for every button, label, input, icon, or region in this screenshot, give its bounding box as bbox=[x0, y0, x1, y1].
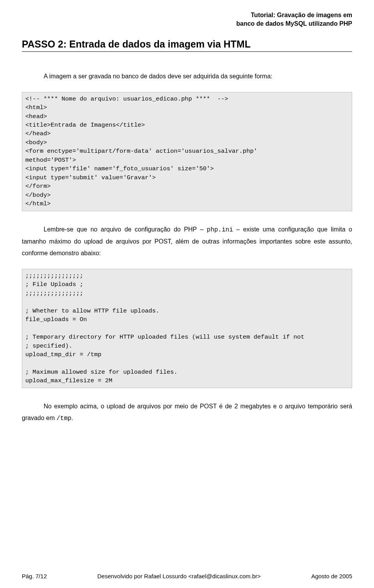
paragraph-2: Lembre-se que no arquivo de configuração… bbox=[22, 224, 352, 260]
page-footer: Pág. 7/12 Desenvolvido por Rafael Lossur… bbox=[22, 573, 352, 579]
header-line-2: banco de dados MySQL utilizando PHP bbox=[22, 19, 352, 28]
footer-author: Desenvolvido por Rafael Lossurdo <rafael… bbox=[97, 573, 261, 579]
doc-header: Tutorial: Gravação de imagens em banco d… bbox=[22, 11, 352, 28]
intro-paragraph: A imagem a ser gravada no banco de dados… bbox=[22, 71, 352, 82]
para2-pre: Lembre-se que no arquivo de configuração… bbox=[44, 226, 207, 233]
header-line-1: Tutorial: Gravação de imagens em bbox=[22, 11, 352, 19]
paragraph-3: No exemplo acima, o upload de arquivos p… bbox=[22, 401, 352, 425]
inline-code-tmp: /tmp bbox=[56, 415, 71, 422]
para3-post: . bbox=[71, 415, 73, 421]
code-block-phpini: ;;;;;;;;;;;;;;;; ; File Uploads ; ;;;;;;… bbox=[22, 269, 352, 388]
footer-date: Agosto de 2005 bbox=[311, 573, 352, 579]
footer-page: Pág. 7/12 bbox=[22, 573, 47, 579]
section-title: PASSO 2: Entrada de dados da imagem via … bbox=[22, 39, 352, 52]
inline-code-phpini: php.ini bbox=[207, 226, 233, 233]
code-block-html-form: <!-- **** Nome do arquivo: usuarios_edic… bbox=[22, 92, 352, 211]
